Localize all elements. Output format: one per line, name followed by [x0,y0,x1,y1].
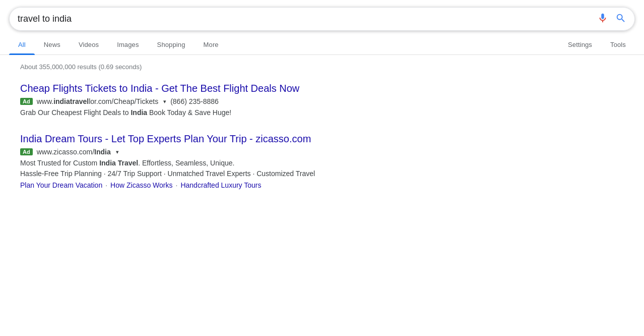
ad-link-luxury-tours[interactable]: Handcrafted Luxury Tours [180,181,261,189]
nav-tabs: All News Videos Images Shopping More Set… [0,35,644,55]
ad-phone-1: (866) 235-8886 [170,97,219,105]
ad-link-dream-vacation[interactable]: Plan Your Dream Vacation [20,181,102,189]
tab-tools[interactable]: Tools [601,35,635,54]
dropdown-arrow-1[interactable]: ▾ [163,98,166,105]
ad-link-how-works[interactable]: How Zicasso Works [110,181,172,189]
ad-link-sep-2: · [176,181,178,189]
tab-shopping[interactable]: Shopping [148,35,195,54]
ad-url-row-2: Ad www.zicasso.com/India ▾ [20,148,634,156]
tab-news[interactable]: News [35,35,70,54]
tab-more[interactable]: More [195,35,228,54]
ad-desc-2: Most Trusted for Custom India Travel. Ef… [20,158,634,169]
results-area: About 355,000,000 results (0.69 seconds)… [0,55,644,213]
tab-all[interactable]: All [9,35,35,54]
tab-settings[interactable]: Settings [559,35,601,54]
ad-result-2: India Dream Tours - Let Top Experts Plan… [20,132,634,189]
ad-url-1: www.indiatravellor.com/Cheap/Tickets [37,97,158,105]
ad-url-row-1: Ad www.indiatravellor.com/Cheap/Tickets … [20,97,634,105]
tab-images[interactable]: Images [108,35,148,54]
ad-badge-2: Ad [20,148,33,155]
dropdown-arrow-2[interactable]: ▾ [116,149,119,155]
ad-url-2: www.zicasso.com/India [37,148,111,156]
ad-desc-2b: Hassle-Free Trip Planning · 24/7 Trip Su… [20,169,634,179]
mic-icon[interactable] [597,13,608,25]
tab-videos[interactable]: Videos [70,35,108,54]
results-count: About 355,000,000 results (0.69 seconds) [20,63,634,71]
search-input[interactable]: travel to india [18,14,597,24]
ad-link-sep-1: · [105,181,107,189]
ad-title-2[interactable]: India Dream Tours - Let Top Experts Plan… [20,132,634,145]
ad-title-1[interactable]: Cheap Flights Tickets to India - Get The… [20,82,634,95]
ad-links-2: Plan Your Dream Vacation · How Zicasso W… [20,181,634,189]
ad-result-1: Cheap Flights Tickets to India - Get The… [20,82,634,118]
ad-desc-1: Grab Our Cheapest Flight Deals to India … [20,107,634,118]
search-icon[interactable] [615,13,626,25]
ad-badge-1: Ad [20,98,33,105]
search-bar: travel to india [9,7,635,31]
search-icons [597,13,626,25]
